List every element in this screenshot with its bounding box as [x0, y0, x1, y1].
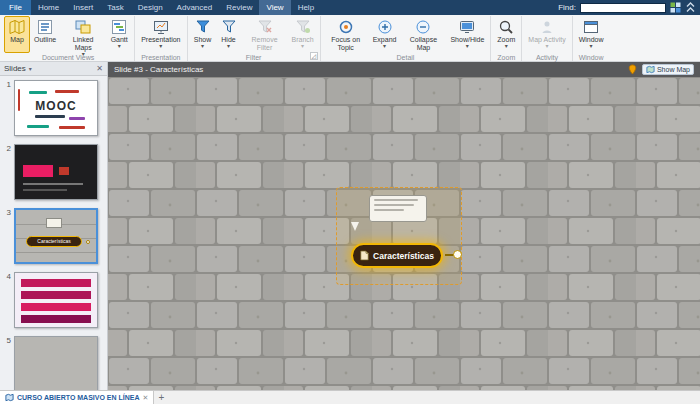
slide-2-graphic — [23, 165, 53, 177]
remove-filter-icon — [257, 19, 273, 35]
outline-view-button[interactable]: Outline — [30, 16, 60, 53]
gantt-button[interactable]: Gantt — [106, 16, 132, 53]
tab-help[interactable]: Help — [291, 0, 321, 15]
mini-topic-node: Características — [26, 236, 82, 247]
new-tab-button[interactable] — [154, 391, 168, 404]
slide-number: 1 — [4, 80, 11, 89]
slide-number: 4 — [4, 272, 11, 281]
document-map-icon — [5, 393, 14, 402]
monitor-icon — [459, 19, 475, 35]
topic-callout[interactable] — [369, 195, 427, 222]
slide-thumbnail-5[interactable]: 5 — [4, 336, 105, 390]
slide-3-thumb[interactable]: Características — [14, 208, 98, 264]
ribbon-collapse-icon[interactable] — [685, 2, 696, 13]
tab-close-icon[interactable] — [143, 394, 149, 402]
collapse-map-button[interactable]: Collapse Map — [400, 16, 446, 53]
filter-dialog-launcher-icon[interactable]: ◿ — [310, 52, 318, 60]
ribbon-group-document-views: Map Outline Linked Maps Gantt Document V… — [2, 16, 135, 61]
show-filter-button[interactable]: Show — [190, 16, 216, 53]
slide-2-graphic — [59, 167, 69, 175]
window-layout-icon[interactable] — [670, 2, 681, 13]
expand-button[interactable]: Expand — [369, 16, 401, 53]
group-label-activity: Activity — [524, 53, 569, 63]
wordcloud-mark — [69, 117, 85, 120]
linked-maps-button[interactable]: Linked Maps — [60, 16, 106, 53]
slide-4-bar — [21, 315, 91, 323]
focus-on-topic-button[interactable]: Focus on Topic — [323, 16, 369, 53]
callout-tail — [351, 222, 359, 231]
map-pin-icon[interactable] — [627, 64, 638, 75]
canvas-header: Slide #3 - Características Show Map — [108, 62, 700, 77]
slide-5-thumb[interactable] — [14, 336, 98, 390]
tab-review[interactable]: Review — [219, 0, 259, 15]
zoom-button[interactable]: Zoom — [493, 16, 519, 53]
slides-list: 1 MOOC 2 — [0, 76, 107, 390]
slide-4-thumb[interactable] — [14, 272, 98, 328]
tab-advanced[interactable]: Advanced — [170, 0, 220, 15]
file-menu-button[interactable]: File — [0, 0, 31, 15]
hide-funnel-icon — [221, 19, 237, 35]
collapse-minus-icon — [415, 19, 431, 35]
wordcloud-mark — [59, 126, 85, 129]
show-funnel-icon — [195, 19, 211, 35]
document-tab[interactable]: CURSO ABIERTO MASIVO EN LÍNEA — [0, 391, 154, 404]
linked-maps-icon — [75, 19, 91, 35]
slides-panel-title: Slides — [4, 64, 26, 73]
hide-filter-button[interactable]: Hide — [216, 16, 242, 53]
find-label: Find: — [558, 3, 576, 12]
map-view-button[interactable]: Map — [4, 16, 30, 53]
wordcloud-mark — [55, 90, 79, 93]
wordcloud-mark — [29, 91, 47, 94]
presentation-icon — [153, 19, 169, 35]
branch-filter-button[interactable]: Branch — [288, 16, 318, 53]
slide-number: 2 — [4, 144, 11, 153]
ribbon-group-window: Window Window — [573, 16, 610, 61]
document-tab-label: CURSO ABIERTO MASIVO EN LÍNEA — [17, 394, 140, 401]
slide-thumbnail-2[interactable]: 2 — [4, 144, 105, 200]
presentation-button[interactable]: Presentation — [137, 16, 184, 53]
ribbon: Map Outline Linked Maps Gantt Document V… — [0, 15, 700, 62]
slide-2-graphic — [23, 183, 83, 185]
status-bar: CURSO ABIERTO MASIVO EN LÍNEA — [0, 390, 700, 404]
group-label-filter: Filter — [190, 53, 318, 63]
show-hide-button[interactable]: Show/Hide — [446, 16, 488, 53]
close-panel-icon[interactable] — [96, 64, 103, 73]
tab-view[interactable]: View — [259, 0, 290, 15]
slides-panel-header: Slides — [0, 62, 107, 76]
group-label-window: Window — [575, 53, 608, 63]
stone-line — [16, 252, 96, 253]
map-canvas[interactable]: Características — [108, 77, 700, 390]
ribbon-group-zoom: Zoom Zoom — [491, 16, 522, 61]
mini-topic-handle — [86, 240, 90, 244]
topic-node[interactable]: Características — [351, 243, 443, 268]
show-map-toggle[interactable]: Show Map — [642, 64, 694, 75]
window-button[interactable]: Window — [575, 16, 608, 53]
body-row: Slides 1 MOOC — [0, 62, 700, 390]
slide-thumbnail-4[interactable]: 4 — [4, 272, 105, 328]
chevron-down-icon[interactable] — [26, 64, 32, 73]
topic-collapse-handle[interactable] — [453, 250, 462, 259]
tab-task[interactable]: Task — [100, 0, 130, 15]
slide-number: 5 — [4, 336, 11, 345]
slides-panel: Slides 1 MOOC — [0, 62, 108, 390]
slide-2-graphic — [23, 189, 67, 191]
slide-2-thumb[interactable] — [14, 144, 98, 200]
slide-1-thumb[interactable]: MOOC — [14, 80, 98, 136]
outline-icon — [37, 19, 53, 35]
ribbon-group-presentation: Presentation Presentation — [135, 16, 187, 61]
find-input[interactable] — [580, 3, 666, 13]
ribbon-group-activity: Map Activity Activity — [522, 16, 572, 61]
remove-filter-button[interactable]: Remove Filter — [242, 16, 288, 53]
document-icon — [360, 249, 369, 262]
tab-design[interactable]: Design — [131, 0, 170, 15]
callout-text-line — [374, 209, 404, 211]
show-map-label: Show Map — [657, 66, 690, 73]
map-activity-button[interactable]: Map Activity — [524, 16, 569, 53]
slide-thumbnail-1[interactable]: 1 MOOC — [4, 80, 105, 136]
topic-selection-box[interactable]: Características — [336, 187, 462, 285]
tab-home[interactable]: Home — [31, 0, 66, 15]
slide-thumbnail-3[interactable]: 3 Características — [4, 208, 105, 264]
slide-4-bar — [21, 279, 91, 287]
ribbon-group-detail: Focus on Topic Expand Collapse Map Show/… — [321, 16, 492, 61]
tab-insert[interactable]: Insert — [66, 0, 100, 15]
